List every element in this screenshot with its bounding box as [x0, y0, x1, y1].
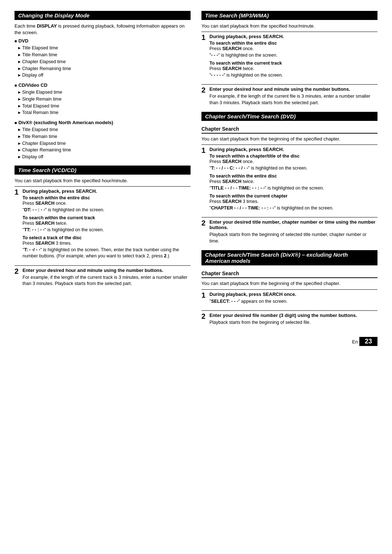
vcd-step1-title: During playback, press SEARCH. — [23, 188, 191, 194]
mp3-step2-title: Enter your desired hour and minute using… — [209, 86, 377, 92]
page-number: 23 — [359, 337, 377, 346]
divx-chapter-step1-title: During playback, press SEARCH once. — [209, 292, 377, 297]
list-item: Chapter Elapsed time — [18, 140, 191, 147]
list-item: Display off — [18, 154, 191, 160]
sub-text: Press SEARCH twice."- - - - -" is highli… — [209, 66, 377, 78]
cd-group: CD/Video CD Single Elapsed time Single R… — [15, 82, 191, 116]
dvd-chapter-step2-title: Enter your desired title number, chapter… — [209, 219, 377, 230]
sub-title: To search within the entire disc — [23, 195, 191, 200]
section-chapter-search-dvd: Chapter Search/Time Search (DVD) Chapter… — [201, 112, 377, 244]
section-time-search-mp3-header: Time Search (MP3/WMA) — [201, 11, 377, 20]
step-number-1: 1 — [201, 34, 209, 41]
list-item: Single Remain time — [18, 96, 191, 103]
divx-chapter-step1-row: 1 During playback, press SEARCH once. "S… — [201, 289, 377, 307]
vcd-step2: 2 Enter your desired hour and minute usi… — [15, 265, 191, 287]
right-column: Time Search (MP3/WMA) You can start play… — [201, 11, 377, 330]
list-item: Chapter Remaining time — [18, 147, 191, 154]
sub-title: To search within the current chapter — [209, 194, 377, 199]
section-chapter-search-divx: Chapter Search/Time Search (DivX®) – exc… — [201, 250, 377, 326]
section-changing-display-header: Changing the Display Mode — [15, 11, 191, 20]
list-item: Display off — [18, 72, 191, 79]
vcd-step1-content: During playback, press SEARCH. To search… — [23, 188, 191, 262]
mp3-step2-row: 2 Enter your desired hour and minute usi… — [201, 84, 377, 106]
dvd-chapter-step1: 1 During playback, press SEARCH. To sear… — [201, 144, 377, 213]
sub-text: Press SEARCH 3 times."T: - -/ - -" is hi… — [23, 240, 191, 260]
sub-text: Press SEARCH once."T: - - / - - C: - - /… — [209, 159, 377, 171]
step-number-2: 2 — [15, 268, 23, 275]
dvd-group-title: DVD — [15, 38, 191, 44]
vcd-step1-row: 1 During playback, press SEARCH. To sear… — [15, 186, 191, 262]
list-item: Title Elapsed time — [18, 126, 191, 133]
left-column: Changing the Display Mode Each time DISP… — [15, 11, 191, 330]
chapter-search-divx-subtitle: Chapter Search — [201, 270, 377, 278]
step-number-1: 1 — [201, 292, 209, 299]
chapter-search-dvd-subtitle: Chapter Search — [201, 126, 377, 134]
mp3-step1-sub2: To search within the current track Press… — [209, 61, 377, 78]
dvd-chapter-step1-title: During playback, press SEARCH. — [209, 147, 377, 152]
mp3-step1-row: 1 During playback, press SEARCH. To sear… — [201, 32, 377, 81]
cd-group-title: CD/Video CD — [15, 82, 191, 88]
sub-title: To search within the entire disc — [209, 174, 377, 179]
cd-list: Single Elapsed time Single Remain time T… — [15, 89, 191, 116]
sub-title: To search within a chapter/title of the … — [209, 154, 377, 159]
step-number-2: 2 — [201, 86, 209, 94]
mp3-step2: 2 Enter your desired hour and minute usi… — [201, 84, 377, 106]
dvd-chapter-step2-content: Enter your desired title number, chapter… — [209, 219, 377, 244]
sub-text: Press SEARCH twice."TITLE - - / - - TIME… — [209, 179, 377, 191]
divx-list: Title Elapsed time Title Remain time Cha… — [15, 126, 191, 160]
list-item: Total Remain time — [18, 109, 191, 116]
step-number-2: 2 — [201, 219, 209, 227]
step-number-1: 1 — [201, 147, 209, 154]
changing-display-intro: Each time DISPLAY is pressed during play… — [15, 23, 191, 36]
dvd-chapter-step2-body: Playback starts from the beginning of se… — [209, 232, 377, 244]
sub-text: Press SEARCH once."- - -" is highlighted… — [209, 46, 377, 58]
mp3-step2-body: For example, if the length of the curren… — [209, 93, 377, 106]
list-item: Chapter Remaining time — [18, 65, 191, 72]
divx-chapter-step2-row: 2 Enter your desired file number (3 digi… — [201, 310, 377, 326]
divx-chapter-step2-body: Playback starts from the beginning of se… — [209, 319, 377, 326]
sub-text: "SELECT: - - -" appears on the screen. — [209, 298, 377, 305]
sub-title: To search within the entire disc — [209, 41, 377, 46]
divx-group: DivX® (excluding North American models) … — [15, 120, 191, 160]
dvd-chapter-step2-row: 2 Enter your desired title number, chapt… — [201, 217, 377, 244]
vcd-step1-sub1: To search within the entire disc Press S… — [23, 195, 191, 213]
mp3-step1: 1 During playback, press SEARCH. To sear… — [201, 32, 377, 81]
step-number-1: 1 — [15, 188, 23, 196]
vcd-step2-row: 2 Enter your desired hour and minute usi… — [15, 265, 191, 287]
divx-chapter-step2-title: Enter your desired file number (3 digit)… — [209, 313, 377, 318]
sub-title: To search within the current track — [209, 61, 377, 66]
section-time-search-mp3: Time Search (MP3/WMA) You can start play… — [201, 11, 377, 106]
list-item: Single Elapsed time — [18, 89, 191, 96]
vcd-step1-sub3: To select a track of the disc Press SEAR… — [23, 235, 191, 260]
section-time-search-vcd-header: Time Search (VCD/CD) — [15, 166, 191, 175]
section-time-search-vcd: Time Search (VCD/CD) You can start playb… — [15, 166, 191, 287]
dvd-chapter-step2: 2 Enter your desired title number, chapt… — [201, 217, 377, 244]
mp3-intro: You can start playback from the specifie… — [201, 23, 377, 29]
divx-chapter-step1-sub1: "SELECT: - - -" appears on the screen. — [209, 298, 377, 305]
en-label: En — [352, 339, 358, 345]
vcd-step1: 1 During playback, press SEARCH. To sear… — [15, 186, 191, 262]
vcd-step1-sub2: To search within the current track Press… — [23, 215, 191, 233]
divx-chapter-step2: 2 Enter your desired file number (3 digi… — [201, 310, 377, 326]
mp3-step2-content: Enter your desired hour and minute using… — [209, 86, 377, 106]
divx-group-title: DivX® (excluding North American models) — [15, 120, 191, 125]
sub-title: To search within the current track — [23, 215, 191, 220]
dvd-chapter-step1-sub2: To search within the entire disc Press S… — [209, 174, 377, 191]
dvd-chapter-step1-sub3: To search within the current chapter Pre… — [209, 194, 377, 211]
list-item: Title Remain time — [18, 52, 191, 58]
list-item: Title Remain time — [18, 133, 191, 140]
mp3-step1-sub1: To search within the entire disc Press S… — [209, 41, 377, 58]
vcd-step2-body: For example, if the length of the curren… — [23, 274, 191, 287]
dvd-chapter-step1-content: During playback, press SEARCH. To search… — [209, 147, 377, 213]
divx-chapter-step1: 1 During playback, press SEARCH once. "S… — [201, 289, 377, 307]
chapter-search-dvd-intro: You can start playback from the beginnin… — [201, 136, 377, 142]
list-item: Total Elapsed time — [18, 103, 191, 110]
vcd-step2-title: Enter your desired hour and minute using… — [23, 268, 191, 273]
sub-text: Press SEARCH twice."TT: - - : - -" is hi… — [23, 220, 191, 233]
mp3-step1-content: During playback, press SEARCH. To search… — [209, 34, 377, 81]
list-item: Title Elapsed time — [18, 45, 191, 52]
sub-text: Press SEARCH 3 times."CHAPTER - - / - - … — [209, 199, 377, 211]
sub-text: Press SEARCH once."DT: - - : - -" is hig… — [23, 200, 191, 213]
section-changing-display: Changing the Display Mode Each time DISP… — [15, 11, 191, 160]
vcd-step2-content: Enter your desired hour and minute using… — [23, 268, 191, 287]
